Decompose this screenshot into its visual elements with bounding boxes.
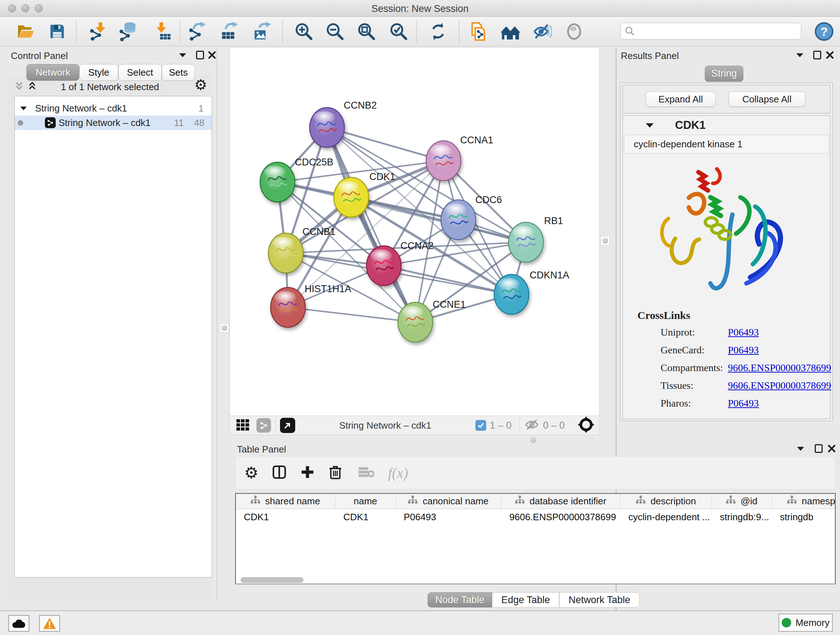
results-panel-float-icon[interactable] [812, 50, 823, 60]
table-horizontal-scrollbar[interactable] [240, 577, 303, 583]
protein-section-header[interactable]: CDK1 [623, 116, 830, 135]
column-header-namespace[interactable]: namespace [772, 494, 836, 509]
control-panel-close-icon[interactable] [207, 50, 218, 60]
help-icon[interactable]: ? [814, 21, 834, 42]
import-table-icon[interactable] [151, 21, 172, 42]
graph-node-CDKN1A[interactable]: CDKN1A [494, 270, 569, 314]
table-cell[interactable]: cyclin-dependent ... [621, 511, 712, 523]
import-network-from-database-icon[interactable] [118, 21, 138, 42]
results-panel-close-icon[interactable] [824, 50, 835, 60]
open-session-icon[interactable] [15, 21, 35, 42]
import-network-icon[interactable] [88, 21, 108, 42]
tab-select[interactable]: Select [118, 64, 162, 81]
tab-network[interactable]: Network [27, 64, 79, 81]
table-cell[interactable]: P06493 [396, 511, 501, 523]
network-options-gear-icon[interactable]: ⚙ [195, 79, 206, 90]
column-header-label: @id [741, 496, 758, 507]
table-cell[interactable]: CDK1 [236, 511, 335, 523]
column-header--id[interactable]: @id [712, 494, 772, 509]
warning-status-icon[interactable] [39, 615, 60, 632]
results-panel-menu-icon[interactable] [794, 50, 805, 60]
cloud-status-icon[interactable] [8, 615, 29, 632]
graph-node-RB1[interactable]: RB1 [508, 215, 563, 262]
footer-separator [275, 418, 276, 432]
add-column-icon[interactable] [300, 465, 315, 481]
network-edge-count: 48 [194, 117, 204, 128]
collection-expand-icon[interactable] [20, 106, 27, 111]
function-builder-icon[interactable]: f(x) [388, 464, 408, 481]
fit-selected-crosshair-icon[interactable] [578, 416, 594, 434]
tab-edge-table[interactable]: Edge Table [492, 592, 559, 608]
table-panel-title: Table Panel [237, 444, 286, 455]
graph-node-CCNB2[interactable]: CCNB2 [309, 100, 377, 147]
graph-node-CCNA1[interactable]: CCNA1 [426, 135, 493, 181]
left-splitter-handle[interactable] [219, 323, 229, 333]
column-header-canonical-name[interactable]: canonical name [396, 494, 501, 509]
graph-node-label: CDK1 [369, 171, 395, 182]
tab-node-table[interactable]: Node Table [428, 592, 492, 608]
crosslink-link[interactable]: 9606.ENSP00000378699 [728, 362, 831, 374]
export-table-icon[interactable] [219, 21, 240, 42]
control-panel-float-icon[interactable] [195, 50, 205, 60]
open-in-browser-icon[interactable] [280, 418, 295, 433]
column-header-database-identifier[interactable]: database identifier [501, 494, 621, 509]
export-image-icon[interactable] [252, 21, 272, 42]
memory-button[interactable]: Memory [778, 614, 833, 632]
table-panel-menu-icon[interactable] [795, 443, 806, 454]
table-cell[interactable]: stringdb [772, 511, 836, 523]
apply-layout-icon[interactable] [428, 21, 448, 42]
search-icon [624, 26, 635, 36]
hide-unhide-icon[interactable] [532, 21, 553, 42]
column-header-shared-name[interactable]: shared name [236, 494, 335, 509]
crosslink-label: GeneCard: [660, 344, 704, 356]
table-cell[interactable]: CDK1 [335, 511, 396, 523]
network-collection-row[interactable]: String Network – cdk1 1 [15, 101, 212, 116]
show-columns-icon[interactable] [272, 465, 286, 481]
birds-eye-grid-icon[interactable] [235, 417, 250, 433]
table-cell[interactable]: 9606.ENSP00000378699 [501, 511, 621, 523]
network-view-canvas[interactable]: CCNB2CCNA1CDC25BCDK1CDC6RB1CCNB1CCNA2CDK… [229, 48, 600, 416]
selected-checkbox-icon[interactable] [475, 420, 486, 431]
preview-eye-icon[interactable] [564, 21, 584, 42]
table-cell[interactable]: stringdb:9... [712, 511, 772, 523]
delete-table-icon[interactable] [358, 466, 374, 480]
tab-style[interactable]: Style [79, 64, 118, 81]
graph-node-label: RB1 [544, 215, 563, 226]
zoom-in-icon[interactable] [294, 21, 314, 42]
clone-network-icon[interactable] [468, 21, 488, 42]
protein-collapse-icon[interactable] [645, 122, 654, 128]
network-share-badge-icon[interactable] [256, 418, 271, 432]
search-box[interactable] [621, 23, 801, 40]
save-session-icon[interactable] [47, 21, 67, 42]
string-home-icon[interactable] [500, 21, 521, 42]
zoom-fit-content-icon[interactable] [356, 21, 377, 42]
graph-node-CCNE1[interactable]: CCNE1 [398, 299, 466, 342]
graph-node-CCNB1[interactable]: CCNB1 [268, 226, 336, 273]
zoom-selected-icon[interactable] [388, 21, 409, 42]
network-list: String Network – cdk1 1 String Network –… [14, 96, 212, 578]
crosslink-link[interactable]: 9606.ENSP00000378699 [728, 380, 831, 391]
delete-column-trash-icon[interactable] [328, 465, 342, 481]
table-row[interactable]: CDK1CDK1P064939606.ENSP00000378699cyclin… [236, 509, 835, 525]
node-table: shared namenamecanonical namedatabase id… [235, 493, 836, 584]
column-header-name[interactable]: name [335, 494, 396, 509]
table-panel-float-icon[interactable] [813, 443, 824, 454]
tab-string[interactable]: String [705, 65, 744, 82]
footer-separator [519, 418, 520, 432]
export-network-icon[interactable] [187, 21, 207, 42]
network-row[interactable]: String Network – cdk1 11 48 [15, 116, 212, 130]
crosslink-link[interactable]: P06493 [728, 344, 759, 356]
crosslink-link[interactable]: P06493 [728, 397, 759, 409]
expand-all-button[interactable]: Expand All [646, 92, 715, 107]
tab-sets[interactable]: Sets [162, 64, 195, 81]
column-header-description[interactable]: description [621, 494, 712, 509]
right-splitter-handle[interactable] [600, 236, 610, 245]
control-panel-menu-icon[interactable] [177, 50, 188, 60]
table-panel-close-icon[interactable] [826, 443, 837, 454]
hidden-eye-icon[interactable] [524, 418, 539, 432]
graph-node-HIST1H1A[interactable]: HIST1H1A [271, 283, 351, 327]
collapse-all-button[interactable]: Collapse All [729, 92, 805, 107]
crosslink-link[interactable]: P06493 [728, 326, 759, 338]
zoom-out-icon[interactable] [325, 21, 345, 42]
tab-network-table[interactable]: Network Table [559, 592, 639, 608]
